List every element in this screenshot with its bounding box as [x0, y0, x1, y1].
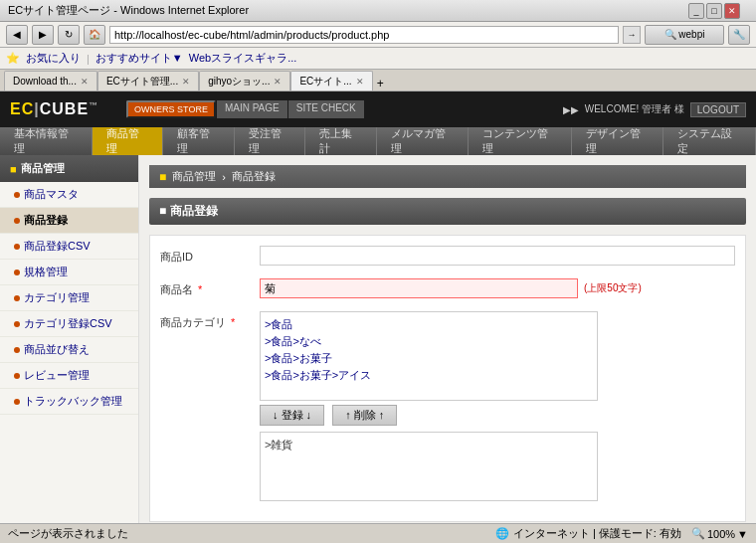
nav-kokyaku[interactable]: 顧客管理 — [163, 127, 234, 155]
sidebar-dot-icon — [14, 270, 20, 275]
register-button[interactable]: ↓ 登録 ↓ — [260, 405, 324, 426]
tabs-bar: Download th... ✕ ECサイト管理... ✕ gihyoショッ..… — [0, 70, 756, 91]
breadcrumb-page: 商品登録 — [232, 169, 276, 184]
product-form: 商品ID 商品名 * (上限50文字) — [149, 235, 746, 522]
maximize-button[interactable]: □ — [706, 3, 722, 19]
product-id-row: 商品ID — [160, 246, 735, 269]
address-input[interactable] — [109, 26, 619, 44]
sidebar-item-label: トラックバック管理 — [24, 394, 122, 409]
sidebar-item-trackback[interactable]: トラックバック管理 — [0, 389, 138, 415]
sidebar: ■ 商品管理 商品マスタ 商品登録 商品登録CSV 規格管理 カテゴリ管理 — [0, 155, 139, 523]
nav-uriage[interactable]: 売上集計 — [305, 127, 376, 155]
sidebar-dot-icon — [14, 295, 20, 301]
sidebar-item-label: カテゴリ管理 — [24, 290, 90, 305]
zoom-control[interactable]: 🔍 100% ▼ — [691, 527, 748, 540]
logo-tm: ™ — [89, 100, 98, 110]
category-tree-item[interactable]: >食品>なべ — [265, 333, 593, 350]
nav-kihon[interactable]: 基本情報管理 — [0, 127, 93, 155]
sidebar-item-review[interactable]: レビュー管理 — [0, 363, 138, 389]
welcome-text: ▶▶ — [563, 104, 579, 115]
zoom-level: 100% — [707, 528, 735, 540]
tab-close-icon[interactable]: ✕ — [356, 77, 364, 87]
category-tree-item[interactable]: >食品>お菓子>アイス — [265, 367, 593, 384]
search-button[interactable]: 🔍 webpi — [645, 25, 724, 45]
tab-close-icon[interactable]: ✕ — [182, 77, 190, 87]
nav-meluma[interactable]: メルマガ管理 — [377, 127, 470, 155]
breadcrumb-icon: ■ — [159, 170, 166, 184]
logout-button[interactable]: LOGOUT — [690, 102, 746, 117]
main-page-button[interactable]: MAIN PAGE — [217, 100, 287, 118]
site-check-button[interactable]: SITE CHECK — [288, 100, 364, 118]
sidebar-header: ■ 商品管理 — [0, 155, 138, 182]
tab-ec-admin[interactable]: ECサイト管理... ✕ — [97, 71, 199, 90]
minimize-button[interactable]: _ — [688, 3, 704, 19]
product-id-input[interactable] — [260, 246, 735, 266]
forward-button[interactable]: ▶ — [32, 25, 54, 45]
nav-shohin[interactable]: 商品管理 — [93, 127, 163, 155]
recommended-sites[interactable]: おすすめサイト▼ — [95, 51, 183, 66]
sidebar-dot-icon — [14, 218, 20, 224]
internet-zone: 🌐 インターネット | 保護モード: 有効 — [495, 526, 681, 541]
sidebar-item-sort[interactable]: 商品並び替え — [0, 337, 138, 363]
section-title-icon: ■ — [159, 204, 166, 218]
delete-button[interactable]: ↑ 削除 ↑ — [332, 405, 397, 426]
char-limit-label: (上限50文字) — [584, 281, 642, 295]
window-controls[interactable]: _ □ ✕ — [688, 3, 740, 19]
selected-categories[interactable]: >雑貨 — [260, 432, 598, 501]
sidebar-item-shohin-csv[interactable]: 商品登録CSV — [0, 234, 138, 260]
back-button[interactable]: ◀ — [6, 25, 28, 45]
globe-icon: 🌐 — [495, 527, 509, 540]
nav-design[interactable]: デザイン管理 — [572, 127, 664, 155]
tab-close-icon[interactable]: ✕ — [81, 77, 89, 87]
logo-cube: CUBE — [40, 100, 89, 117]
product-name-label: 商品名 * — [160, 278, 260, 301]
home-button[interactable]: 🏠 — [84, 25, 105, 45]
page-content: EC|CUBE™ OWNERS STORE MAIN PAGE SITE CHE… — [0, 91, 756, 523]
header-nav: OWNERS STORE MAIN PAGE SITE CHECK — [126, 100, 364, 118]
status-text: ページが表示されました — [8, 526, 485, 541]
welcome-label: WELCOME! 管理者 様 — [585, 102, 684, 116]
category-buttons: ↓ 登録 ↓ ↑ 削除 ↑ — [260, 405, 735, 426]
tab-download[interactable]: Download th... ✕ — [4, 71, 97, 90]
tab-label: ECサイト管理... — [106, 75, 178, 89]
owners-store-button[interactable]: OWNERS STORE — [126, 100, 216, 118]
product-name-field: (上限50文字) — [260, 278, 735, 298]
category-field: >食品 >食品>なべ >食品>お菓子 >食品>お菓子>アイス ↓ 登録 ↓ ↑ … — [260, 311, 735, 501]
sidebar-dot-icon — [14, 373, 20, 379]
sidebar-item-shohin-touroku[interactable]: 商品登録 — [0, 208, 138, 234]
nav-system[interactable]: システム設定 — [663, 127, 756, 155]
web-slice[interactable]: Webスライスギャラ... — [189, 51, 297, 66]
category-tree-item[interactable]: >食品>お菓子 — [265, 350, 593, 367]
sidebar-item-kikaku[interactable]: 規格管理 — [0, 260, 138, 285]
header-welcome: ▶▶ WELCOME! 管理者 様 LOGOUT — [563, 102, 746, 117]
tools-button[interactable]: 🔧 — [728, 25, 750, 45]
ec-header: EC|CUBE™ OWNERS STORE MAIN PAGE SITE CHE… — [0, 91, 756, 127]
ec-logo: EC|CUBE™ — [10, 100, 98, 118]
sidebar-item-label: 商品マスタ — [24, 187, 79, 202]
main-navigation: 基本情報管理 商品管理 顧客管理 受注管理 売上集計 メルマガ管理 コンテンツ管… — [0, 127, 756, 155]
sidebar-item-category-csv[interactable]: カテゴリ登録CSV — [0, 311, 138, 337]
refresh-button[interactable]: ↻ — [58, 25, 80, 45]
sidebar-item-label: 規格管理 — [24, 265, 68, 279]
product-name-input[interactable] — [260, 278, 578, 298]
new-tab-button[interactable]: + — [377, 77, 384, 90]
main-content: ■ 商品管理 › 商品登録 ■ 商品登録 商品ID — [139, 155, 756, 523]
tab-close-icon[interactable]: ✕ — [274, 77, 282, 87]
nav-juchu[interactable]: 受注管理 — [235, 127, 305, 155]
address-bar: ◀ ▶ ↻ 🏠 → 🔍 webpi 🔧 — [0, 22, 756, 48]
sidebar-item-label: 商品登録CSV — [24, 239, 91, 254]
favorites-menu[interactable]: お気に入り — [26, 51, 81, 66]
sidebar-item-shohin-master[interactable]: 商品マスタ — [0, 182, 138, 208]
category-tree-item[interactable]: >食品 — [265, 316, 593, 333]
sidebar-item-category[interactable]: カテゴリ管理 — [0, 285, 138, 311]
close-button[interactable]: ✕ — [724, 3, 740, 19]
status-bar: ページが表示されました 🌐 インターネット | 保護モード: 有効 🔍 100%… — [0, 523, 756, 543]
tab-label: Download th... — [13, 76, 77, 87]
tab-ec-active[interactable]: ECサイト... ✕ — [290, 71, 372, 90]
go-button[interactable]: → — [623, 26, 641, 44]
nav-contents[interactable]: コンテンツ管理 — [469, 127, 571, 155]
category-tree[interactable]: >食品 >食品>なべ >食品>お菓子 >食品>お菓子>アイス — [260, 311, 598, 401]
tab-gihyo[interactable]: gihyoショッ... ✕ — [199, 71, 290, 90]
category-row: 商品カテゴリ * >食品 >食品>なべ >食品>お菓子 >食品>お菓子>アイス — [160, 311, 735, 501]
zoom-dropdown-icon[interactable]: ▼ — [737, 528, 748, 540]
